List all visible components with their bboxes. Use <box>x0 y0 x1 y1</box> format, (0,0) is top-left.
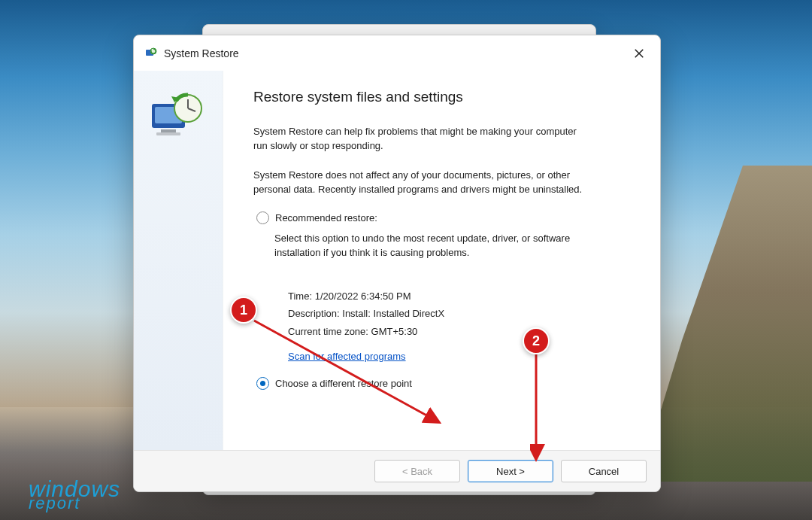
dialog-title: System Restore <box>164 47 239 59</box>
recommended-restore-description: Select this option to undo the most rece… <box>274 232 575 260</box>
wizard-heading: Restore system files and settings <box>253 89 630 105</box>
desktop-cliff <box>639 166 812 482</box>
annotation-arrow-1-icon <box>250 316 445 444</box>
recommended-restore-option[interactable]: Recommended restore: <box>256 211 630 224</box>
svg-rect-5 <box>156 132 180 135</box>
restore-illustration-icon <box>146 89 211 154</box>
time-value: 1/20/2022 6:34:50 PM <box>315 290 411 302</box>
time-label: Time: <box>288 290 312 302</box>
annotation-badge-2: 2 <box>523 327 550 354</box>
annotation-badge-1: 1 <box>230 296 257 324</box>
close-button[interactable] <box>629 43 650 64</box>
system-restore-icon <box>144 47 158 60</box>
watermark: windows report <box>29 479 120 511</box>
titlebar[interactable]: System Restore <box>134 35 660 70</box>
svg-line-9 <box>254 321 438 421</box>
wizard-button-bar: < Back Next > Cancel <box>134 450 660 491</box>
svg-rect-4 <box>161 129 176 132</box>
wizard-sidebar-art <box>134 71 223 450</box>
radio-unselected-icon <box>256 211 269 224</box>
back-button[interactable]: < Back <box>374 460 460 482</box>
intro-paragraph-1: System Restore can help fix problems tha… <box>253 125 584 154</box>
annotation-arrow-2-icon <box>530 352 545 465</box>
close-icon <box>635 49 644 58</box>
cancel-button[interactable]: Cancel <box>561 460 647 482</box>
intro-paragraph-2: System Restore does not affect any of yo… <box>253 169 584 197</box>
recommended-restore-label: Recommended restore: <box>275 212 377 224</box>
